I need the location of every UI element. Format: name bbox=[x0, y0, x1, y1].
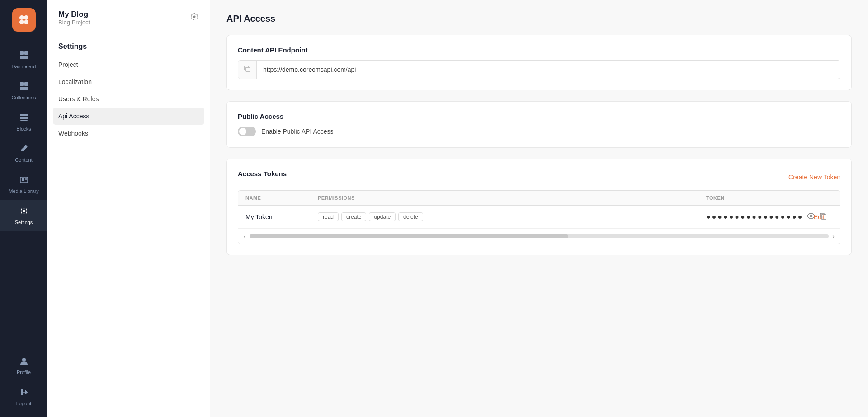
content-api-title: Content API Endpoint bbox=[238, 46, 840, 54]
settings-icon bbox=[19, 206, 28, 217]
content-api-section: Content API Endpoint https://demo.corecm… bbox=[226, 35, 852, 90]
project-info: My Blog Blog Project bbox=[58, 10, 90, 26]
toggle-slider bbox=[238, 127, 256, 136]
svg-point-19 bbox=[23, 210, 25, 212]
blocks-label: Blocks bbox=[16, 126, 31, 131]
settings-menu-users-roles[interactable]: Users & Roles bbox=[53, 90, 204, 108]
scrollbar-track[interactable] bbox=[250, 234, 829, 238]
col-permissions: PERMISSIONS bbox=[318, 195, 706, 201]
sidebar-item-blocks[interactable]: Blocks bbox=[0, 107, 47, 138]
permission-update: update bbox=[369, 212, 396, 221]
sidebar-item-media-library[interactable]: Media Library bbox=[0, 169, 47, 200]
token-value: ●●●●●●●●●●●●●●●●● bbox=[706, 212, 806, 222]
page-title: API Access bbox=[226, 14, 852, 24]
nav-items: Dashboard Collections Blo bbox=[0, 40, 47, 350]
settings-gear-icon[interactable] bbox=[190, 12, 199, 23]
svg-point-0 bbox=[19, 15, 24, 20]
create-token-button[interactable]: Create New Token bbox=[788, 173, 840, 181]
sidebar-item-logout[interactable]: Logout bbox=[0, 381, 47, 412]
toggle-label: Enable Public API Access bbox=[261, 128, 334, 135]
permission-delete: delete bbox=[398, 212, 423, 221]
access-tokens-section: Access Tokens Create New Token NAME PERM… bbox=[226, 159, 852, 255]
public-access-toggle[interactable] bbox=[238, 127, 256, 136]
settings-header: My Blog Blog Project bbox=[47, 0, 210, 33]
permission-read: read bbox=[318, 212, 339, 221]
settings-menu-localization[interactable]: Localization bbox=[53, 73, 204, 90]
settings-menu: Project Localization Users & Roles Api A… bbox=[47, 56, 210, 142]
col-token: TOKEN bbox=[706, 195, 806, 201]
svg-point-1 bbox=[24, 15, 28, 20]
svg-rect-13 bbox=[20, 117, 28, 119]
profile-icon bbox=[19, 356, 28, 367]
col-name: NAME bbox=[245, 195, 318, 201]
settings-menu-webhooks[interactable]: Webhooks bbox=[53, 125, 204, 142]
settings-menu-api-access[interactable]: Api Access bbox=[53, 108, 204, 125]
collections-icon bbox=[19, 82, 28, 92]
svg-rect-16 bbox=[22, 178, 24, 181]
settings-menu-project[interactable]: Project bbox=[53, 56, 204, 73]
scrollbar-thumb bbox=[250, 234, 568, 238]
scroll-left-arrow[interactable]: ‹ bbox=[242, 232, 248, 241]
svg-rect-4 bbox=[20, 51, 24, 55]
public-access-title: Public Access bbox=[238, 112, 840, 120]
svg-point-22 bbox=[193, 16, 196, 18]
content-label: Content bbox=[15, 157, 33, 163]
logout-label: Logout bbox=[16, 401, 32, 406]
svg-point-3 bbox=[24, 20, 28, 24]
app-logo[interactable] bbox=[12, 8, 36, 32]
table-row: My Token read create update delete ●●●●●… bbox=[238, 206, 840, 229]
collections-label: Collections bbox=[12, 95, 36, 100]
nav-bottom: Profile Logout bbox=[0, 350, 47, 417]
svg-point-2 bbox=[19, 20, 24, 24]
blocks-icon bbox=[19, 113, 28, 123]
scroll-right-arrow[interactable]: › bbox=[830, 232, 836, 241]
col-action bbox=[806, 195, 833, 201]
svg-rect-14 bbox=[20, 120, 28, 121]
public-access-toggle-row: Enable Public API Access bbox=[238, 127, 840, 136]
svg-point-20 bbox=[22, 358, 26, 361]
left-nav: Dashboard Collections Blo bbox=[0, 0, 47, 417]
svg-rect-5 bbox=[24, 51, 28, 55]
tokens-table: NAME PERMISSIONS TOKEN My Token read cre… bbox=[238, 190, 840, 244]
token-masked: ●●●●●●●●●●●●●●●●● bbox=[706, 213, 803, 221]
dashboard-icon bbox=[19, 51, 28, 61]
public-access-section: Public Access Enable Public API Access bbox=[226, 101, 852, 148]
permissions-list: read create update delete bbox=[318, 212, 706, 221]
media-library-icon bbox=[19, 175, 28, 186]
sidebar-item-content[interactable]: Content bbox=[0, 138, 47, 169]
svg-rect-9 bbox=[24, 82, 28, 86]
profile-label: Profile bbox=[17, 370, 31, 375]
settings-label: Settings bbox=[15, 220, 33, 225]
token-name: My Token bbox=[245, 213, 318, 220]
sidebar-item-collections[interactable]: Collections bbox=[0, 75, 47, 107]
sidebar-item-profile[interactable]: Profile bbox=[0, 350, 47, 381]
table-scroll-row: ‹ › bbox=[238, 229, 840, 244]
dashboard-label: Dashboard bbox=[12, 64, 36, 69]
svg-rect-11 bbox=[24, 87, 28, 90]
sidebar-item-settings[interactable]: Settings bbox=[0, 200, 47, 231]
logo-area bbox=[0, 0, 47, 40]
permission-create: create bbox=[341, 212, 366, 221]
settings-panel: My Blog Blog Project Settings Project Lo… bbox=[47, 0, 210, 417]
svg-rect-12 bbox=[20, 114, 28, 116]
svg-rect-6 bbox=[20, 56, 24, 59]
content-icon bbox=[19, 144, 28, 155]
svg-rect-7 bbox=[24, 56, 28, 59]
svg-rect-23 bbox=[246, 67, 250, 71]
api-endpoint-box: https://demo.corecmsapi.com/api bbox=[238, 60, 840, 79]
table-header: NAME PERMISSIONS TOKEN bbox=[238, 191, 840, 206]
edit-token-button[interactable]: Edit bbox=[806, 213, 833, 220]
svg-rect-8 bbox=[20, 82, 24, 86]
api-endpoint-url: https://demo.corecmsapi.com/api bbox=[257, 61, 840, 78]
logout-icon bbox=[19, 388, 28, 398]
svg-rect-10 bbox=[20, 87, 24, 90]
main-content: API Access Content API Endpoint https://… bbox=[210, 0, 868, 417]
sidebar-item-dashboard[interactable]: Dashboard bbox=[0, 44, 47, 75]
access-tokens-title: Access Tokens bbox=[238, 170, 287, 178]
project-name: My Blog bbox=[58, 10, 90, 19]
settings-panel-title: Settings bbox=[47, 33, 210, 56]
tokens-header: Access Tokens Create New Token bbox=[238, 170, 840, 184]
project-subtitle: Blog Project bbox=[58, 19, 90, 26]
media-library-label: Media Library bbox=[9, 188, 39, 194]
copy-icon[interactable] bbox=[238, 61, 257, 79]
